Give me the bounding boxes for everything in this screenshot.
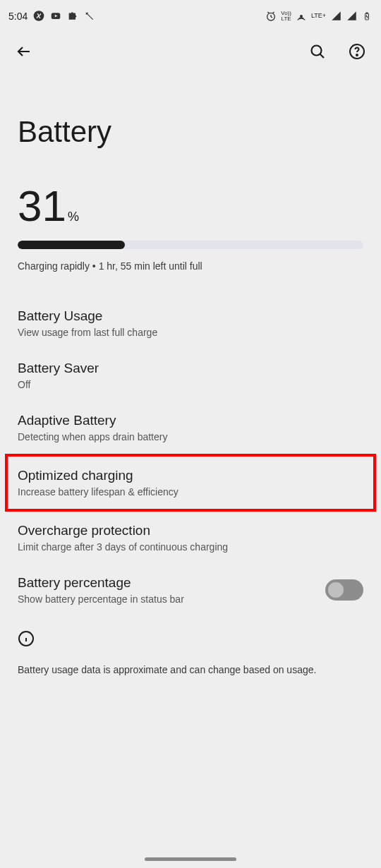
adaptive-battery-item[interactable]: Adaptive Battery Detecting when apps dra… — [18, 402, 363, 454]
search-button[interactable] — [303, 37, 332, 66]
setting-title: Battery percentage — [18, 575, 325, 591]
search-icon — [309, 43, 326, 60]
battery-usage-item[interactable]: Battery Usage View usage from last full … — [18, 297, 363, 349]
setting-title: Overcharge protection — [18, 523, 363, 538]
setting-title: Battery Usage — [18, 308, 363, 324]
toggle-knob — [328, 582, 344, 598]
help-icon — [349, 43, 365, 60]
lte-indicator: LTE+ — [311, 13, 326, 19]
alarm-icon — [265, 11, 277, 22]
status-time: 5:04 — [8, 11, 28, 22]
pen-icon — [84, 11, 95, 22]
battery-status-text: Charging rapidly • 1 hr, 55 min left unt… — [18, 260, 363, 272]
battery-progress-bar — [18, 241, 363, 249]
navigation-handle[interactable] — [145, 857, 236, 861]
optimized-charging-item[interactable]: Optimized charging Increase battery life… — [5, 454, 376, 512]
battery-level-section: 31% Charging rapidly • 1 hr, 55 min left… — [18, 184, 363, 272]
back-button[interactable] — [10, 37, 38, 66]
svg-point-8 — [356, 54, 358, 56]
setting-sub: Limit charge after 3 days of continuous … — [18, 541, 363, 553]
app-bar — [0, 32, 381, 71]
setting-title: Battery Saver — [18, 361, 363, 376]
battery-percentage-item[interactable]: Battery percentage Show battery percenta… — [18, 564, 363, 616]
overcharge-protection-item[interactable]: Overcharge protection Limit charge after… — [18, 512, 363, 564]
info-text: Battery usage data is approximate and ca… — [18, 664, 363, 675]
youtube-icon — [50, 11, 61, 22]
setting-sub: Increase battery lifespan & efficiency — [18, 486, 363, 498]
svg-point-3 — [301, 15, 303, 17]
battery-icon — [361, 11, 373, 22]
setting-sub: Off — [18, 379, 363, 390]
setting-sub: Detecting when apps drain battery — [18, 431, 363, 442]
battery-saver-item[interactable]: Battery Saver Off — [18, 349, 363, 402]
puzzle-icon — [67, 11, 78, 22]
signal-icon-2 — [346, 11, 357, 22]
help-button[interactable] — [343, 37, 371, 66]
info-icon — [18, 630, 35, 647]
status-bar: 5:04 Vo))LTE LTE+ — [0, 0, 381, 32]
battery-level-number: 31 — [18, 184, 66, 228]
battery-progress-fill — [18, 241, 125, 249]
setting-title: Adaptive Battery — [18, 413, 363, 428]
setting-sub: Show battery percentage in status bar — [18, 593, 325, 605]
battery-percentage-toggle[interactable] — [325, 579, 363, 601]
setting-title: Optimized charging — [18, 468, 363, 483]
signal-icon-1 — [330, 11, 341, 22]
svg-point-6 — [312, 46, 322, 56]
arrow-left-icon — [16, 43, 32, 60]
shazam-icon — [33, 11, 44, 22]
setting-sub: View usage from last full charge — [18, 327, 363, 338]
percent-sign: % — [68, 210, 79, 224]
volte-indicator: Vo))LTE — [281, 11, 291, 22]
settings-list: Battery Usage View usage from last full … — [18, 297, 363, 616]
info-icon-row — [18, 630, 363, 647]
page-title: Battery — [18, 115, 363, 149]
hotspot-icon — [296, 11, 307, 22]
